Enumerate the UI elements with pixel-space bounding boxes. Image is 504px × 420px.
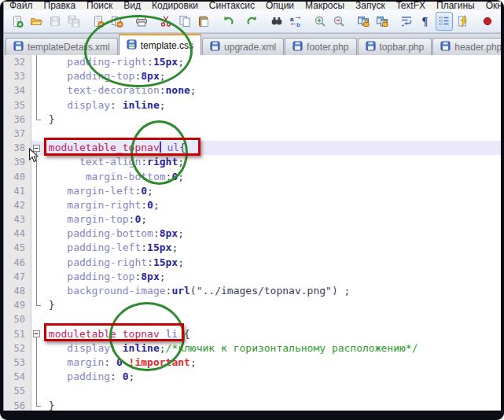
menu-item-6[interactable]: Опции <box>260 2 300 10</box>
save-all-button[interactable] <box>65 12 83 31</box>
menu-item-4[interactable]: Кодировки <box>146 2 204 10</box>
show-all-chars-button[interactable]: ¶ <box>417 12 434 31</box>
code-token: } <box>42 299 55 311</box>
code-text <box>42 127 501 141</box>
code-token: : <box>110 342 123 354</box>
redo-icon <box>246 15 259 28</box>
code-line-42[interactable]: 42 margin-right:0; <box>4 198 501 212</box>
code-line-56[interactable]: 56 } <box>4 399 501 411</box>
open-folder-button[interactable] <box>28 12 45 31</box>
sync-v-button[interactable] <box>355 12 372 31</box>
code-line-51[interactable]: 51−.moduletable_topnav li { <box>4 327 501 341</box>
code-line-37[interactable]: 37 <box>4 127 501 141</box>
code-token <box>42 171 86 182</box>
code-line-44[interactable]: 44 padding-bottom:8px; <box>4 227 501 241</box>
indent-guide-button[interactable] <box>436 12 453 31</box>
code-line-46[interactable]: 46 padding-right:15px; <box>4 256 501 270</box>
code-line-40[interactable]: 40 margin-bottom:0; <box>4 170 501 184</box>
code-token: : <box>141 241 147 253</box>
code-text: padding-right:15px; <box>42 256 501 270</box>
code-line-50[interactable]: 50 <box>4 312 501 326</box>
menu-item-8[interactable]: Запуск <box>350 2 391 10</box>
replace-button[interactable]: ab <box>287 12 304 31</box>
record-macro-button[interactable] <box>479 12 496 31</box>
menu-item-2[interactable]: Поиск <box>81 2 118 10</box>
undo-button[interactable] <box>219 12 237 31</box>
copy-button[interactable] <box>176 12 193 31</box>
tab-label: header.php <box>454 42 501 53</box>
menu-item-10[interactable]: Плагины <box>431 2 480 10</box>
file-save-state-icon <box>440 41 451 53</box>
code-line-41[interactable]: 41 margin-left:0; <box>4 184 501 198</box>
line-number: 33 <box>4 69 31 83</box>
fold-margin <box>31 399 42 411</box>
code-token: ; <box>160 99 166 111</box>
new-file-button[interactable] <box>9 12 26 31</box>
run-button[interactable] <box>454 12 472 31</box>
redo-button[interactable] <box>244 12 261 31</box>
menu-item-1[interactable]: Правка <box>39 2 82 10</box>
code-line-32[interactable]: 32 padding-right:15px; <box>4 55 501 69</box>
find-button[interactable] <box>268 12 285 31</box>
code-text: .moduletable_topnav li { <box>42 327 501 341</box>
code-line-49[interactable]: 49 } <box>4 298 501 312</box>
close-all-button[interactable] <box>109 12 126 31</box>
fold-collapse-icon[interactable]: − <box>33 145 40 152</box>
code-line-55[interactable]: 55 <box>4 384 501 398</box>
tab-template.css[interactable]: template.css <box>119 33 201 55</box>
code-line-45[interactable]: 45 padding-left:15px; <box>4 241 501 255</box>
close-button[interactable] <box>90 12 107 31</box>
zoom-in-button[interactable] <box>311 12 329 31</box>
code-line-34[interactable]: 34 text-decoration:none; <box>4 83 501 98</box>
menu-item-5[interactable]: Синтаксис <box>204 2 260 10</box>
code-line-53[interactable]: 53 margin: 0 !important; <box>4 356 501 370</box>
code-token: ; <box>171 241 178 253</box>
code-line-39[interactable]: 39 text-align:right; <box>4 155 501 169</box>
code-line-43[interactable]: 43 margin-top:0; <box>4 212 501 227</box>
code-token <box>42 370 67 382</box>
code-line-48[interactable]: 48 background-image:url("../images/topna… <box>4 284 501 298</box>
cut-button[interactable] <box>157 12 175 31</box>
menu-item-11[interactable]: Окно <box>480 2 501 10</box>
code-token: ; <box>178 171 184 182</box>
fold-margin[interactable]: − <box>31 327 42 341</box>
code-token: .moduletable_topnav <box>42 142 160 153</box>
code-line-35[interactable]: 35 display: inline; <box>4 98 501 112</box>
tab-footer.php[interactable]: footer.php <box>285 38 356 55</box>
sync-h-button[interactable] <box>373 12 391 31</box>
code-line-47[interactable]: 47 padding-top:8px; <box>4 270 501 284</box>
code-line-36[interactable]: 36 } <box>4 112 501 127</box>
code-token: padding-right <box>67 256 147 268</box>
stop-macro-button[interactable] <box>498 12 501 31</box>
code-line-33[interactable]: 33 padding-top:8px; <box>4 69 501 83</box>
code-line-38[interactable]: 38−.moduletable_topnav ul{ <box>4 141 501 155</box>
code-editor[interactable]: 32 padding-right:15px;33 padding-top:8px… <box>4 55 501 411</box>
tab-header.php[interactable]: header.php <box>432 38 501 55</box>
code-token: ; <box>190 356 197 368</box>
code-token: ul <box>167 142 180 153</box>
code-token: : <box>110 370 123 382</box>
tab-templateDetails.xml[interactable]: templateDetails.xml <box>6 38 118 55</box>
save-button[interactable] <box>46 12 64 31</box>
fold-collapse-icon[interactable]: − <box>33 330 40 337</box>
fold-margin[interactable]: − <box>31 141 42 155</box>
copy-icon <box>178 15 191 28</box>
code-token: 8px <box>160 227 178 239</box>
menu-item-0[interactable]: Файл <box>4 2 39 10</box>
code-line-52[interactable]: 52 display: inline;/*ключик к горизонтал… <box>4 341 501 356</box>
menu-item-3[interactable]: Вид <box>118 2 146 10</box>
word-wrap-button[interactable] <box>398 12 415 31</box>
tab-topbar.php[interactable]: topbar.php <box>358 38 432 55</box>
zoom-out-button[interactable] <box>330 12 348 31</box>
paste-button[interactable] <box>195 12 212 31</box>
code-token: margin-right <box>67 199 141 211</box>
code-token: right <box>147 156 178 168</box>
tab-upgrade.xml[interactable]: upgrade.xml <box>202 38 284 55</box>
code-line-54[interactable]: 54 padding: 0; <box>4 370 501 384</box>
menu-item-7[interactable]: Макросы <box>300 2 350 10</box>
line-number: 50 <box>4 312 31 326</box>
code-text: text-align:right; <box>42 155 501 169</box>
fold-margin <box>31 112 42 127</box>
print-button[interactable] <box>133 12 150 31</box>
menu-item-9[interactable]: TextFX <box>391 2 431 10</box>
